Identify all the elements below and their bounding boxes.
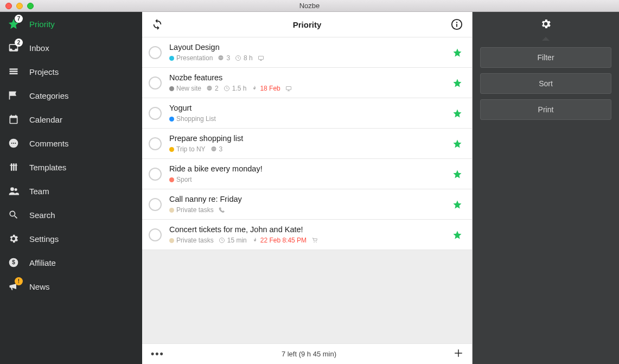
svg-point-13 <box>221 58 221 58</box>
task-title: Layout Design <box>169 43 445 52</box>
main-panel: Priority Layout Design Presentation38 h … <box>142 12 473 364</box>
sidebar-item-calendar[interactable]: 29 Calendar <box>0 107 142 131</box>
sync-button[interactable] <box>151 18 164 31</box>
task-title: Prepare shopping list <box>169 134 445 143</box>
task-row[interactable]: Layout Design Presentation38 h <box>142 37 472 68</box>
task-title: Call nanny re: Friday <box>169 195 445 203</box>
svg-rect-22 <box>286 87 291 90</box>
device-icon <box>285 85 292 92</box>
project-color-dot <box>169 147 174 152</box>
task-checkbox[interactable] <box>149 228 162 241</box>
svg-point-24 <box>212 149 213 149</box>
task-checkbox[interactable] <box>149 137 162 150</box>
task-body: Call nanny re: Friday Private tasks <box>169 195 445 214</box>
time-estimate: 15 min <box>219 237 247 244</box>
task-row[interactable]: Yogurt Shopping List <box>142 98 472 129</box>
priority-star[interactable] <box>452 139 462 149</box>
task-checkbox[interactable] <box>149 76 162 90</box>
project-color-dot <box>169 117 174 122</box>
task-meta: Sport <box>169 176 445 183</box>
task-row[interactable]: Nozbe features New site21.5 h18 Feb <box>142 68 472 98</box>
project-color-dot <box>169 177 174 182</box>
info-button[interactable] <box>450 18 463 31</box>
minimize-window-button[interactable] <box>16 3 23 9</box>
task-list: Layout Design Presentation38 h Nozbe fea… <box>142 37 472 343</box>
task-checkbox[interactable] <box>149 168 162 181</box>
cart-icon <box>311 237 318 244</box>
project-tag: Private tasks <box>169 206 214 214</box>
sidebar-item-templates[interactable]: Templates <box>0 155 142 179</box>
priority-star[interactable] <box>452 230 462 240</box>
right-panel-body: Filter Sort Print <box>473 37 619 130</box>
project-tag: Shopping List <box>169 115 216 123</box>
project-name: Private tasks <box>176 237 214 244</box>
sort-button[interactable]: Sort <box>480 73 611 94</box>
add-task-button[interactable] <box>454 348 463 360</box>
svg-point-9 <box>456 22 457 23</box>
gear-icon[interactable] <box>540 18 552 32</box>
svg-point-18 <box>208 88 208 88</box>
svg-point-14 <box>222 58 222 58</box>
task-checkbox[interactable] <box>149 198 162 211</box>
sidebar-item-label: Affiliate <box>29 258 56 267</box>
priority-star[interactable] <box>452 78 462 88</box>
calendar-day-number: 29 <box>8 118 20 123</box>
sidebar-item-search[interactable]: Search <box>0 203 142 227</box>
clock-icon <box>219 237 225 244</box>
priority-star[interactable] <box>452 169 462 179</box>
sidebar: 7 Priority 2 Inbox Projects Categories <box>0 12 142 364</box>
task-checkbox[interactable] <box>149 46 162 59</box>
main-title: Priority <box>293 20 322 29</box>
priority-star[interactable] <box>452 200 462 209</box>
comments-count: 2 <box>206 85 219 92</box>
team-icon <box>8 185 20 197</box>
task-row[interactable]: Ride a bike every monday! Sport <box>142 159 472 189</box>
pointer-arrow-icon <box>542 37 550 41</box>
task-row[interactable]: Concert tickets for me, John and Kate! P… <box>142 220 472 250</box>
comment-icon <box>206 85 213 92</box>
task-body: Nozbe features New site21.5 h18 Feb <box>169 73 445 92</box>
task-row[interactable]: Prepare shopping list Trip to NY3 <box>142 129 472 159</box>
project-color-dot <box>169 208 174 213</box>
sidebar-item-label: Team <box>29 187 49 196</box>
sidebar-item-label: Categories <box>29 91 69 100</box>
sidebar-item-priority[interactable]: 7 Priority <box>0 12 142 36</box>
task-checkbox[interactable] <box>149 107 162 120</box>
main-footer: ••• 7 left (9 h 45 min) <box>142 343 472 364</box>
sidebar-item-settings[interactable]: Settings <box>0 227 142 251</box>
sidebar-item-inbox[interactable]: 2 Inbox <box>0 36 142 60</box>
task-meta: Private tasks15 min22 Feb 8:45 PM <box>169 237 445 244</box>
templates-icon <box>8 161 20 173</box>
phone-tag <box>219 207 225 213</box>
task-title: Ride a bike every monday! <box>169 164 445 173</box>
priority-star[interactable] <box>452 48 462 58</box>
sidebar-item-comments[interactable]: Comments <box>0 131 142 155</box>
close-window-button[interactable] <box>5 3 12 9</box>
filter-button[interactable]: Filter <box>480 47 611 68</box>
project-name: Private tasks <box>176 206 214 214</box>
sidebar-item-categories[interactable]: Categories <box>0 84 142 107</box>
svg-point-28 <box>314 242 315 243</box>
more-button[interactable]: ••• <box>151 348 164 360</box>
print-button[interactable]: Print <box>480 99 611 120</box>
project-name: New site <box>176 85 201 92</box>
task-body: Concert tickets for me, John and Kate! P… <box>169 225 445 244</box>
footer-summary: 7 left (9 h 45 min) <box>282 350 336 358</box>
sidebar-item-label: Templates <box>29 163 66 172</box>
comments-icon <box>8 137 20 149</box>
task-row[interactable]: Call nanny re: Friday Private tasks <box>142 189 472 220</box>
titlebar: Nozbe <box>0 0 619 12</box>
sidebar-item-team[interactable]: Team <box>0 179 142 203</box>
svg-point-2 <box>13 143 14 144</box>
phone-icon <box>219 207 225 213</box>
sidebar-item-label: Priority <box>29 20 55 29</box>
sidebar-item-projects[interactable]: Projects <box>0 60 142 84</box>
star-icon: 7 <box>8 18 20 30</box>
task-meta: Trip to NY3 <box>169 145 445 153</box>
zoom-window-button[interactable] <box>27 3 34 9</box>
sidebar-item-affiliate[interactable]: $ Affiliate <box>0 251 142 274</box>
comments-count: 3 <box>210 145 223 153</box>
sidebar-item-news[interactable]: ! News <box>0 274 142 298</box>
priority-star[interactable] <box>452 108 462 118</box>
device-tag <box>258 55 264 61</box>
